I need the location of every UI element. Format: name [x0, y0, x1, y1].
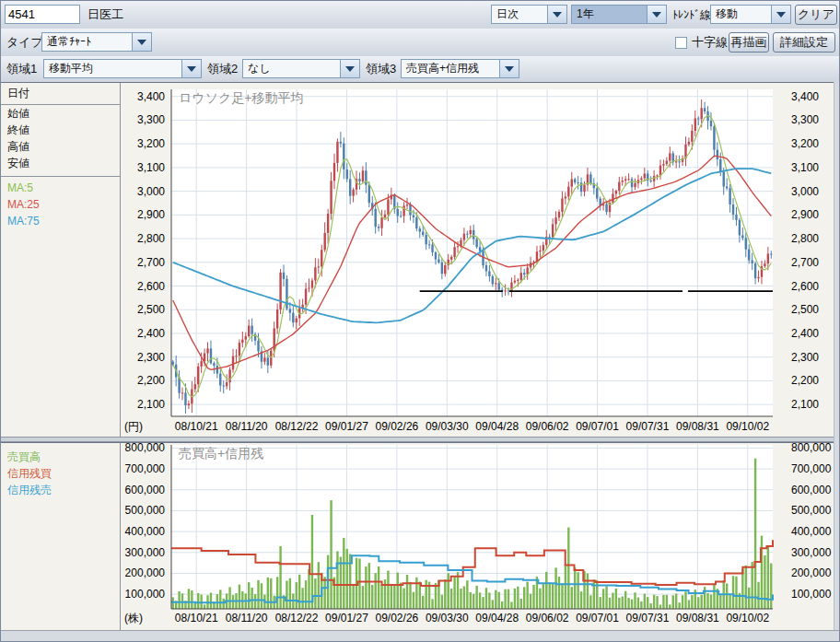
- area1-label: 領域1: [6, 56, 37, 82]
- redraw-button[interactable]: 再描画: [729, 32, 769, 53]
- interval-select-arrow[interactable]: [547, 5, 567, 24]
- settings-button[interactable]: 詳細設定: [773, 32, 835, 53]
- chart-title: 売買高+信用残: [179, 446, 263, 461]
- svg-text:2,300: 2,300: [137, 351, 165, 364]
- svg-text:400,000: 400,000: [791, 525, 832, 538]
- clear-button[interactable]: クリア: [795, 5, 837, 25]
- sidebar-date-label: 日付: [1, 83, 120, 105]
- area3-select-arrow[interactable]: [499, 59, 519, 78]
- type-select[interactable]: 通常ﾁｬｰﾄ: [41, 32, 152, 52]
- area3-select[interactable]: 売買高+信用残: [401, 59, 519, 78]
- volume-chart-section: 売買高 信用残買 信用残売 100,000100,000200,000200,0…: [1, 442, 839, 630]
- chevron-down-icon: [553, 12, 562, 18]
- svg-text:09/04/28: 09/04/28: [475, 612, 519, 624]
- area3-select-value[interactable]: 売買高+信用残: [401, 59, 499, 78]
- svg-text:100,000: 100,000: [791, 588, 832, 601]
- area2-select-value[interactable]: なし: [242, 59, 340, 78]
- unit-label: (円): [124, 420, 143, 433]
- legend-margin-sell-label: 信用残売: [1, 482, 120, 498]
- trendline-select[interactable]: 移動: [710, 5, 791, 24]
- chevron-down-icon: [345, 66, 355, 72]
- sidebar-high-label: 高値: [1, 138, 120, 155]
- legend-margin-buy-label: 信用残買: [1, 465, 120, 482]
- svg-text:100,000: 100,000: [125, 588, 166, 601]
- svg-text:300,000: 300,000: [125, 546, 166, 559]
- legend-volume-label: 売買高: [1, 449, 120, 465]
- svg-text:500,000: 500,000: [125, 504, 166, 517]
- range-select[interactable]: 1年: [571, 5, 667, 24]
- svg-text:09/02/26: 09/02/26: [376, 612, 419, 624]
- svg-text:3,300: 3,300: [137, 113, 165, 126]
- area1-select-value[interactable]: 移動平均: [43, 59, 181, 78]
- svg-text:09/10/02: 09/10/02: [726, 612, 769, 624]
- svg-text:09/07/01: 09/07/01: [576, 612, 619, 624]
- stock-code-input[interactable]: [5, 5, 80, 24]
- volume-chart[interactable]: 100,000100,000200,000200,000300,000300,0…: [121, 443, 840, 631]
- svg-text:500,000: 500,000: [791, 504, 832, 517]
- interval-select[interactable]: 日次: [491, 5, 567, 24]
- trendline-select-value[interactable]: 移動: [710, 5, 771, 24]
- area2-select[interactable]: なし: [242, 59, 360, 78]
- svg-text:09/10/02: 09/10/02: [726, 420, 769, 433]
- svg-text:2,500: 2,500: [137, 303, 165, 316]
- chevron-down-icon: [187, 66, 196, 72]
- sidebar-low-label: 安値: [1, 155, 120, 171]
- svg-text:2,400: 2,400: [791, 327, 819, 340]
- svg-text:2,900: 2,900: [137, 208, 165, 221]
- svg-text:09/04/28: 09/04/28: [475, 420, 519, 433]
- svg-text:09/03/30: 09/03/30: [426, 612, 469, 624]
- svg-text:2,200: 2,200: [791, 374, 819, 387]
- svg-text:08/10/21: 08/10/21: [175, 420, 218, 433]
- svg-text:2,800: 2,800: [791, 232, 819, 245]
- svg-text:2,900: 2,900: [791, 208, 819, 221]
- area2-select-arrow[interactable]: [340, 59, 360, 78]
- svg-text:3,400: 3,400: [137, 90, 165, 103]
- svg-text:09/07/31: 09/07/31: [626, 420, 670, 433]
- svg-text:2,100: 2,100: [137, 398, 165, 411]
- volume-chart-sidebar: 売買高 信用残買 信用残売: [1, 443, 121, 630]
- svg-text:08/12/22: 08/12/22: [275, 420, 319, 433]
- sidebar-ma25-label: MA:25: [1, 196, 120, 213]
- type-select-arrow[interactable]: [132, 32, 152, 52]
- svg-text:08/11/20: 08/11/20: [226, 420, 268, 433]
- right-edge-strip: [834, 82, 839, 630]
- main-chart-section: 日付 始値 終値 高値 安値 MA:5 MA:25 MA:75 2,1002,1…: [1, 82, 839, 437]
- unit-label: (株): [124, 612, 143, 624]
- svg-text:2,700: 2,700: [791, 256, 819, 269]
- crosshair-checkbox[interactable]: [675, 37, 687, 49]
- trendline-select-arrow[interactable]: [771, 5, 791, 24]
- svg-text:3,000: 3,000: [791, 185, 819, 198]
- svg-text:08/12/22: 08/12/22: [275, 612, 319, 624]
- trendline-label: ﾄﾚﾝﾄﾞ線: [672, 1, 711, 29]
- svg-text:200,000: 200,000: [791, 566, 832, 579]
- candlestick-chart[interactable]: 2,1002,1002,2002,2002,3002,3002,4002,400…: [121, 83, 840, 438]
- svg-text:3,100: 3,100: [137, 161, 165, 174]
- interval-select-value[interactable]: 日次: [491, 5, 547, 24]
- sidebar-open-label: 始値: [1, 105, 120, 122]
- svg-text:3,200: 3,200: [791, 137, 819, 150]
- status-bar: [1, 630, 839, 641]
- toolbar-row-2: タイプ 通常ﾁｬｰﾄ 十字線 再描画 詳細設定: [1, 29, 839, 57]
- range-select-arrow[interactable]: [647, 5, 667, 24]
- sidebar-ma75-label: MA:75: [1, 213, 120, 229]
- type-select-value[interactable]: 通常ﾁｬｰﾄ: [41, 32, 132, 52]
- svg-text:2,200: 2,200: [137, 374, 165, 387]
- sidebar-ma5-label: MA:5: [1, 180, 120, 196]
- svg-text:800,000: 800,000: [125, 443, 166, 454]
- svg-text:2,500: 2,500: [791, 303, 819, 316]
- svg-text:09/01/27: 09/01/27: [325, 612, 368, 624]
- area2-label: 領域2: [207, 56, 238, 82]
- stock-name-label: 日医工: [88, 1, 123, 29]
- crosshair-label: 十字線: [692, 29, 728, 56]
- toolbar-row-1: 日医工 日次 1年 ﾄﾚﾝﾄﾞ線 移動 クリア: [1, 1, 839, 29]
- range-select-value[interactable]: 1年: [571, 5, 647, 24]
- area1-select-arrow[interactable]: [181, 59, 202, 78]
- svg-text:3,000: 3,000: [137, 185, 165, 198]
- svg-text:2,600: 2,600: [791, 280, 819, 293]
- svg-text:08/10/21: 08/10/21: [175, 612, 218, 624]
- area1-select[interactable]: 移動平均: [43, 59, 202, 78]
- svg-text:2,700: 2,700: [137, 256, 165, 269]
- sidebar-close-label: 終値: [1, 122, 120, 138]
- chart-title: ロウソク足+移動平均: [179, 90, 304, 105]
- chevron-down-icon: [137, 40, 146, 45]
